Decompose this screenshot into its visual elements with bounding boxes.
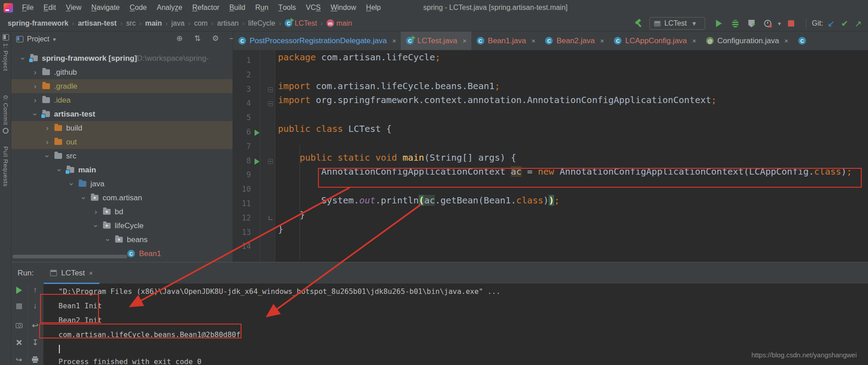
chevron-collapsed-icon[interactable]: › <box>31 68 39 77</box>
down-stack-trace-button[interactable]: ↓ <box>30 301 40 311</box>
breadcrumb-item-spring-framework[interactable]: spring-framework <box>6 19 70 27</box>
menu-navigate[interactable]: Navigate <box>86 0 125 15</box>
close-icon[interactable]: × <box>463 37 467 45</box>
stripe-button-pull-requests[interactable]: Pull Requests <box>0 146 11 187</box>
chevron-expanded-icon[interactable]: › <box>67 180 76 188</box>
breadcrumb-item-lctest[interactable]: CLCTest <box>283 19 318 27</box>
editor-tab-partial[interactable]: C <box>793 32 810 50</box>
stripe-button----project[interactable]: 1: Project <box>0 34 11 71</box>
menu-code[interactable]: Code <box>125 0 152 15</box>
chevron-expanded-icon[interactable]: › <box>103 236 112 243</box>
editor-tab-lcappconfig-java[interactable]: CLCAppConfig.java× <box>608 32 701 50</box>
menu-refactor[interactable]: Refactor <box>187 0 224 15</box>
close-icon[interactable]: × <box>532 37 536 45</box>
menu-analyze[interactable]: Analyze <box>152 0 187 15</box>
tree-item-beans[interactable]: ›beans <box>11 233 233 247</box>
editor-tab-configuration-java[interactable]: @Configuration.java× <box>701 32 793 50</box>
menu-tools[interactable]: Tools <box>273 0 301 15</box>
profiler-chevron-icon[interactable]: ▾ <box>778 20 781 27</box>
tree-item-.idea[interactable]: ›.idea <box>11 93 233 107</box>
run-line-icon[interactable] <box>255 130 260 136</box>
menu-build[interactable]: Build <box>224 0 251 15</box>
rerun-button[interactable] <box>14 285 24 295</box>
tree-item-java[interactable]: ›java <box>11 177 233 191</box>
run-configuration-select[interactable]: LCTest ▼ <box>649 17 705 30</box>
fold-icon[interactable]: − <box>268 101 273 106</box>
build-hammer-icon[interactable] <box>634 19 643 28</box>
fold-end-icon[interactable] <box>268 216 273 220</box>
breadcrumb-item-main[interactable]: mmain <box>325 19 353 27</box>
tree-item-bean1[interactable]: CBean1 <box>11 247 233 261</box>
coverage-button[interactable] <box>745 17 758 30</box>
fold-icon[interactable]: − <box>268 87 273 92</box>
screenshot-button[interactable] <box>14 320 24 330</box>
collapse-all-icon[interactable]: ⇅ <box>192 34 203 43</box>
close-icon[interactable]: × <box>600 37 604 45</box>
menu-help[interactable]: Help <box>361 0 386 15</box>
mute-breakpoints-button[interactable] <box>14 338 24 347</box>
settings-icon[interactable]: ⚙ <box>210 34 221 43</box>
chevron-expanded-icon[interactable]: › <box>31 111 40 118</box>
menu-view[interactable]: View <box>61 0 86 15</box>
tree-item-artisantest[interactable]: ›artisan-test <box>11 107 233 121</box>
close-icon[interactable]: × <box>692 37 696 45</box>
close-icon[interactable]: × <box>784 37 788 45</box>
editor-tab-lctest-java[interactable]: CLCTest.java× <box>401 32 471 50</box>
locate-icon[interactable]: ⊕ <box>174 34 185 43</box>
tree-horizontal-scrollbar[interactable] <box>13 255 127 258</box>
chevron-expanded-icon[interactable]: › <box>79 194 88 202</box>
stop-button[interactable] <box>784 17 798 30</box>
push-icon[interactable]: ↗ <box>855 18 862 29</box>
debug-button[interactable] <box>729 17 742 30</box>
breadcrumb-item-artisan[interactable]: artisan <box>216 19 240 27</box>
breadcrumb-item-java[interactable]: java <box>170 19 186 27</box>
close-icon[interactable]: × <box>392 37 396 45</box>
menu-vcs[interactable]: VCS <box>301 0 326 15</box>
editor-tab-bean2-java[interactable]: CBean2.java× <box>540 32 608 50</box>
soft-wrap-button[interactable]: ↩ <box>30 320 40 330</box>
breadcrumb-item-main[interactable]: main <box>144 19 163 27</box>
menu-run[interactable]: Run <box>250 0 273 15</box>
tree-item-build[interactable]: ›build <box>11 121 233 135</box>
chevron-collapsed-icon[interactable]: › <box>44 124 51 133</box>
menu-edit[interactable]: Edit <box>39 0 61 15</box>
editor-tab-postprocessorregistrationdelegate-java[interactable]: CPostProcessorRegistrationDelegate.java× <box>233 32 401 50</box>
chevron-expanded-icon[interactable]: › <box>43 153 52 160</box>
menu-window[interactable]: Window <box>326 0 361 15</box>
close-icon[interactable]: × <box>89 269 93 277</box>
stripe-button----commit[interactable]: 0: Commit <box>0 95 11 134</box>
breadcrumb-item-lifecycle[interactable]: lifeCycle <box>247 19 277 27</box>
fold-icon[interactable]: − <box>268 159 273 164</box>
scroll-to-end-button[interactable]: ↧ <box>30 338 40 347</box>
tree-item-lifecycle[interactable]: ›lifeCycle <box>11 219 233 233</box>
breadcrumb-item-com[interactable]: com <box>192 19 209 27</box>
code-area[interactable]: package com.artisan.lifeCycle;import com… <box>278 50 867 262</box>
update-icon[interactable]: ↙ <box>828 18 835 29</box>
tree-item-com.artisan[interactable]: ›com.artisan <box>11 191 233 205</box>
run-line-icon[interactable] <box>255 158 260 165</box>
tree-item-.github[interactable]: ›.github <box>11 65 233 79</box>
stop-button[interactable] <box>14 301 24 311</box>
chevron-collapsed-icon[interactable]: › <box>31 96 39 105</box>
up-stack-trace-button[interactable]: ↑ <box>30 285 40 295</box>
print-button[interactable] <box>30 355 40 365</box>
menu-file[interactable]: File <box>17 0 39 15</box>
chevron-expanded-icon[interactable]: › <box>55 167 64 174</box>
editor-tab-bean1-java[interactable]: CBean1.java× <box>471 32 540 50</box>
chevron-collapsed-icon[interactable]: › <box>92 207 99 216</box>
chevron-collapsed-icon[interactable]: › <box>31 82 39 91</box>
tree-item-bd[interactable]: ›bd <box>11 205 233 219</box>
breadcrumb-item-artisan-test[interactable]: artisan-test <box>76 19 118 27</box>
chevron-expanded-icon[interactable]: › <box>91 222 100 230</box>
tree-item-src[interactable]: ›src <box>11 149 233 163</box>
tree-item-out[interactable]: ›out <box>11 135 233 149</box>
tree-item-.gradle[interactable]: ›.gradle <box>11 79 233 93</box>
run-button[interactable] <box>712 17 726 30</box>
chevron-collapsed-icon[interactable]: › <box>44 138 51 147</box>
profiler-button[interactable] <box>761 17 774 30</box>
commit-check-icon[interactable]: ✔ <box>841 18 848 29</box>
tree-item-springframework[interactable]: ›spring-framework [spring] D:\workspace\… <box>11 51 233 65</box>
tree-item-main[interactable]: ›main <box>11 163 233 177</box>
breadcrumb-item-src[interactable]: src <box>125 19 137 27</box>
exit-button[interactable]: ↪ <box>14 355 24 365</box>
